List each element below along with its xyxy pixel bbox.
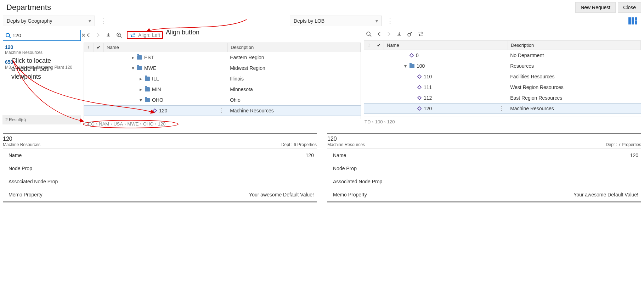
swap-icon [130, 33, 136, 38]
property-value: 120 [306, 152, 314, 158]
property-name: Name [333, 152, 346, 158]
compare-layout-icon[interactable] [628, 17, 638, 24]
viewpoint-menu-right[interactable]: ⋮ [385, 17, 395, 25]
node-path-left[interactable]: GEO›NAM›USA›MWE›OHO›120 [84, 119, 361, 127]
search-button[interactable] [366, 31, 372, 37]
property-row[interactable]: Memo PropertyYour awesome Default Value! [3, 188, 317, 201]
node-icon [417, 96, 422, 100]
close-button[interactable]: Close [618, 2, 641, 13]
folder-icon [145, 98, 150, 102]
expand-caret[interactable]: ▾ [131, 65, 135, 71]
nav-forward-button[interactable] [386, 32, 391, 37]
folder-icon [137, 66, 142, 70]
property-value: Your awesome Default Value! [249, 192, 314, 197]
svg-line-7 [120, 36, 122, 38]
tree-row[interactable]: 111 West Region Resources [364, 82, 641, 93]
property-row[interactable]: Name120 [3, 149, 317, 162]
expand-caret[interactable]: ▸ [139, 76, 143, 82]
path-segment[interactable]: GEO [84, 121, 95, 127]
nav-back-button[interactable] [377, 32, 382, 37]
property-row[interactable]: Associated Node Prop [3, 175, 317, 188]
path-segment[interactable]: TD [365, 119, 371, 124]
tree-row[interactable]: ▸ MIN Minnesota [84, 84, 361, 95]
property-row[interactable]: Memo PropertyYour awesome Default Value! [327, 188, 641, 201]
col-description[interactable]: Description [228, 43, 361, 52]
tree-row[interactable]: ▾ MWE Midwest Region [84, 63, 361, 73]
search-input[interactable] [11, 32, 81, 39]
tree-row[interactable]: 0 No Department [364, 50, 641, 61]
col-name[interactable]: Name [384, 41, 508, 50]
download-button[interactable] [396, 31, 402, 37]
svg-point-12 [408, 33, 411, 36]
node-name: MWE [144, 65, 156, 71]
path-segment[interactable]: NAM [99, 121, 109, 127]
expand-caret[interactable]: ▸ [131, 55, 135, 60]
col-description[interactable]: Description [508, 41, 641, 50]
col-check: ✔ [94, 43, 104, 52]
search-result[interactable]: 650M3, Dallas Manufacturing Plant 120 [3, 58, 81, 73]
node-description: Machine Resources [228, 108, 361, 113]
nav-back-button[interactable] [86, 33, 91, 38]
viewpoint-select-left[interactable]: Depts by Geography ▾ [3, 16, 95, 26]
node-description: Illinois [228, 76, 361, 82]
nav-forward-button[interactable] [96, 33, 101, 38]
node-description: No Department [508, 52, 641, 58]
svg-point-10 [367, 32, 370, 35]
tree-row[interactable]: 112 East Region Resources [364, 93, 641, 103]
tree-row[interactable]: ▾ 100 Resources [364, 61, 641, 71]
page-title: Departments [6, 3, 51, 12]
path-segment[interactable]: OHO [143, 121, 154, 127]
svg-line-5 [9, 37, 11, 38]
viewpoint-select-right-label: Depts by LOB [294, 18, 324, 24]
folder-icon [145, 87, 150, 91]
search-result[interactable]: 120Machine Resources [3, 43, 81, 58]
node-icon [153, 108, 157, 113]
node-name: 112 [424, 95, 432, 101]
path-segment[interactable]: 120 [158, 121, 166, 127]
viewpoint-menu-left[interactable]: ⋮ [98, 17, 108, 25]
node-name: 0 [416, 52, 419, 58]
download-button[interactable] [106, 32, 111, 38]
tree-row[interactable]: ▾ OHO Ohio [84, 95, 361, 105]
expand-caret[interactable]: ▾ [139, 97, 143, 103]
search-result-sub: M3, Dallas Manufacturing Plant 120 [5, 65, 79, 70]
tree-row[interactable]: ▸ ILL Illinois [84, 73, 361, 84]
folder-icon [409, 64, 414, 68]
path-segment[interactable]: 120 [387, 119, 395, 124]
props-right-meta: Dept : 7 Properties [606, 142, 641, 147]
property-row[interactable]: Node Prop [3, 162, 317, 175]
path-segment[interactable]: 100 [375, 119, 383, 124]
locate-button[interactable] [407, 31, 413, 37]
expand-caret[interactable]: ▸ [139, 87, 143, 92]
tree-row[interactable]: 120 ⋮ Machine Resources [364, 103, 641, 114]
swap-button[interactable] [418, 32, 424, 37]
align-button[interactable]: Align: Left [127, 31, 163, 39]
align-label: Align: Left [138, 32, 160, 38]
path-segment[interactable]: USA [113, 121, 123, 127]
new-request-button[interactable]: New Request [575, 2, 616, 13]
row-menu[interactable]: ⋮ [219, 107, 228, 114]
zoom-button[interactable] [116, 32, 122, 38]
tree-row[interactable]: 110 Facilities Resources [364, 71, 641, 82]
col-name[interactable]: Name [104, 43, 228, 52]
search-result-code: 120 [5, 44, 79, 50]
node-description: Machine Resources [508, 106, 641, 111]
viewpoint-select-right[interactable]: Depts by LOB ▾ [290, 16, 382, 26]
expand-caret[interactable]: ▾ [403, 63, 407, 69]
tree-row[interactable]: ▸ EST Eastern Region [84, 52, 361, 63]
node-description: Resources [508, 63, 641, 69]
property-row[interactable]: Node Prop [327, 162, 641, 175]
tree-row[interactable]: 120 ⋮ Machine Resources [84, 105, 361, 116]
node-description: Eastern Region [228, 55, 361, 60]
node-path-right[interactable]: TD›100›120 [364, 117, 641, 124]
property-value: 120 [630, 152, 638, 158]
property-row[interactable]: Name120 [327, 149, 641, 162]
node-description: Ohio [228, 97, 361, 103]
node-name: 100 [417, 63, 425, 69]
row-menu[interactable]: ⋮ [499, 105, 508, 112]
search-icon [5, 33, 11, 38]
path-segment[interactable]: MWE [128, 121, 139, 127]
property-row[interactable]: Associated Node Prop [327, 175, 641, 188]
node-icon [409, 53, 414, 57]
search-box[interactable]: ✕ [3, 30, 81, 41]
